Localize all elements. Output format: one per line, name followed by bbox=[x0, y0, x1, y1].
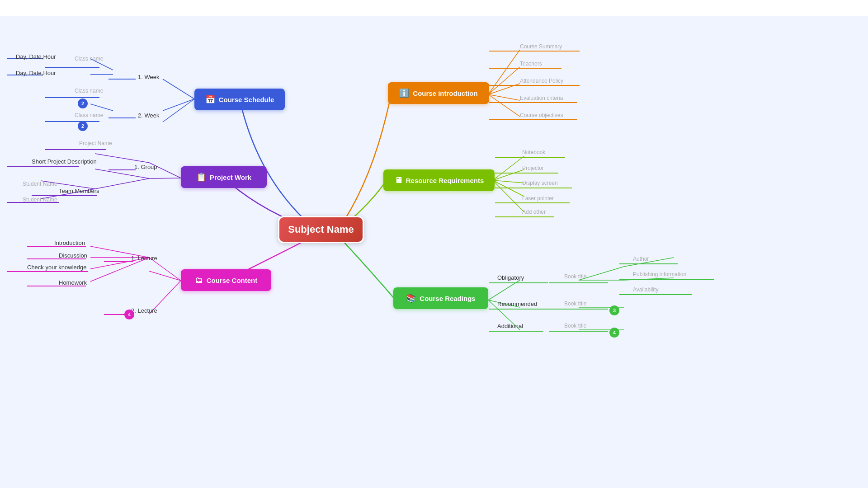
book-title-1-label: Book title bbox=[564, 273, 586, 280]
svg-line-25 bbox=[488, 50, 520, 94]
book-title-3-label: Book title bbox=[564, 323, 586, 329]
center-node-label: Subject Name bbox=[288, 224, 354, 235]
student-name-1-label: Student Name bbox=[23, 181, 57, 187]
svg-line-21 bbox=[493, 169, 524, 180]
badge-week2b: 2 bbox=[78, 121, 88, 131]
class-name-2-label: Class name bbox=[75, 88, 103, 94]
classname2-line bbox=[45, 97, 99, 98]
group1-line bbox=[108, 169, 136, 170]
course-readings-label: Course Readings bbox=[420, 295, 475, 302]
teachers-line bbox=[489, 68, 561, 69]
week2-label: 2. Week bbox=[138, 112, 159, 119]
publishing-info-line bbox=[619, 279, 714, 280]
course-objectives-label: Course objectives bbox=[520, 112, 563, 118]
svg-line-4 bbox=[90, 104, 113, 111]
laser-pointer-label: Laser pointer bbox=[522, 195, 554, 202]
teachers-label: Teachers bbox=[520, 61, 542, 67]
svg-line-14 bbox=[149, 271, 181, 281]
introduction-label: Introduction bbox=[54, 239, 85, 246]
badge-add: 4 bbox=[609, 328, 619, 338]
evaluation-label: Evaluation criteria bbox=[520, 95, 563, 101]
add-other-label: Add other bbox=[522, 209, 546, 215]
projector-line bbox=[495, 173, 558, 174]
svg-line-26 bbox=[488, 67, 520, 94]
book-title-1-line bbox=[549, 282, 608, 283]
lecture2-label: 2. Lecture bbox=[131, 307, 157, 314]
course-objectives-line bbox=[489, 119, 577, 120]
svg-line-7 bbox=[149, 178, 181, 178]
week2-line bbox=[108, 117, 136, 118]
homework-label: Homework bbox=[59, 279, 87, 286]
classname1-line bbox=[45, 67, 99, 68]
projector-label: Projector bbox=[522, 165, 544, 171]
project-name-label: Project Name bbox=[79, 140, 112, 146]
course-summary-line bbox=[489, 51, 580, 52]
obligatory-line bbox=[489, 282, 548, 283]
recommended-label: Recommended bbox=[497, 300, 537, 307]
svg-line-28 bbox=[488, 94, 520, 100]
course-introduction-label: Course introduction bbox=[413, 89, 477, 97]
obligatory-label: Obligatory bbox=[497, 274, 524, 281]
availability-line bbox=[619, 294, 692, 295]
svg-line-29 bbox=[488, 94, 520, 117]
svg-line-23 bbox=[493, 180, 524, 197]
info-icon: ℹ️ bbox=[399, 88, 409, 98]
notebook-label: Notebook bbox=[522, 149, 545, 155]
evaluation-line bbox=[489, 102, 577, 103]
book-title-2-line bbox=[549, 309, 608, 310]
monitor-icon: 🖥 bbox=[394, 176, 402, 185]
attendance-line bbox=[489, 85, 580, 86]
svg-line-20 bbox=[493, 156, 524, 180]
resource-requirements-node[interactable]: 🖥 Resource Requirements bbox=[383, 169, 495, 191]
notebook-line bbox=[495, 157, 565, 158]
center-node[interactable]: Subject Name bbox=[278, 216, 364, 243]
badge-week2: 2 bbox=[78, 99, 88, 108]
books-icon: 📚 bbox=[406, 293, 416, 303]
project-work-node[interactable]: 📋 Project Work bbox=[181, 166, 267, 188]
author-line bbox=[619, 263, 678, 264]
course-content-node[interactable]: 🗂 Course Content bbox=[181, 269, 271, 291]
folder-icon: 🗂 bbox=[195, 276, 203, 285]
course-content-label: Course Content bbox=[207, 277, 258, 284]
top-bar bbox=[0, 0, 868, 16]
svg-line-9 bbox=[95, 169, 149, 178]
project-work-label: Project Work bbox=[210, 174, 251, 181]
display-screen-label: Display screen bbox=[522, 180, 558, 186]
publishing-info-label: Publishing information bbox=[633, 271, 686, 277]
svg-line-1 bbox=[163, 99, 194, 111]
additional-label: Additional bbox=[497, 323, 523, 329]
svg-line-22 bbox=[493, 180, 524, 183]
add-other-line bbox=[495, 216, 554, 217]
team-members-line bbox=[32, 195, 97, 196]
author-label: Author bbox=[633, 256, 649, 262]
lecture1-label: 1. Lecture bbox=[131, 255, 157, 262]
discussion-label: Discussion bbox=[59, 252, 87, 259]
class-name-3-label: Class name bbox=[75, 112, 103, 118]
team-members-label: Team Members bbox=[59, 188, 99, 194]
week1-label: 1. Week bbox=[138, 74, 159, 80]
student-name-2-label: Student Name bbox=[23, 197, 57, 203]
day-date-hour-1: Day, Date,Hour bbox=[16, 53, 56, 60]
course-summary-label: Course Summary bbox=[520, 43, 562, 50]
classname3-line bbox=[45, 121, 99, 122]
course-readings-node[interactable]: 📚 Course Readings bbox=[393, 287, 488, 309]
laser-pointer-line bbox=[495, 202, 570, 203]
lecture1-line bbox=[104, 261, 133, 262]
svg-line-8 bbox=[95, 154, 149, 163]
attendance-label: Attendance Policy bbox=[520, 78, 563, 84]
recommended-line bbox=[489, 309, 555, 310]
check-knowledge-line bbox=[7, 271, 88, 272]
clipboard-icon: 📋 bbox=[196, 172, 206, 182]
course-introduction-node[interactable]: ℹ️ Course introduction bbox=[388, 82, 489, 104]
short-desc-label: Short Project Description bbox=[32, 158, 97, 165]
svg-line-5 bbox=[163, 99, 194, 122]
week1-line bbox=[108, 79, 136, 80]
course-schedule-node[interactable]: 📅 Course Schedule bbox=[194, 89, 285, 110]
day-date-hour-2: Day, Date,Hour bbox=[16, 70, 56, 76]
calendar-icon: 📅 bbox=[205, 94, 215, 104]
availability-label: Availability bbox=[633, 286, 658, 293]
additional-line bbox=[489, 331, 543, 332]
group1-label: 1. Group bbox=[134, 164, 157, 170]
class-name-1-label: Class name bbox=[75, 56, 103, 62]
course-schedule-label: Course Schedule bbox=[219, 96, 274, 103]
